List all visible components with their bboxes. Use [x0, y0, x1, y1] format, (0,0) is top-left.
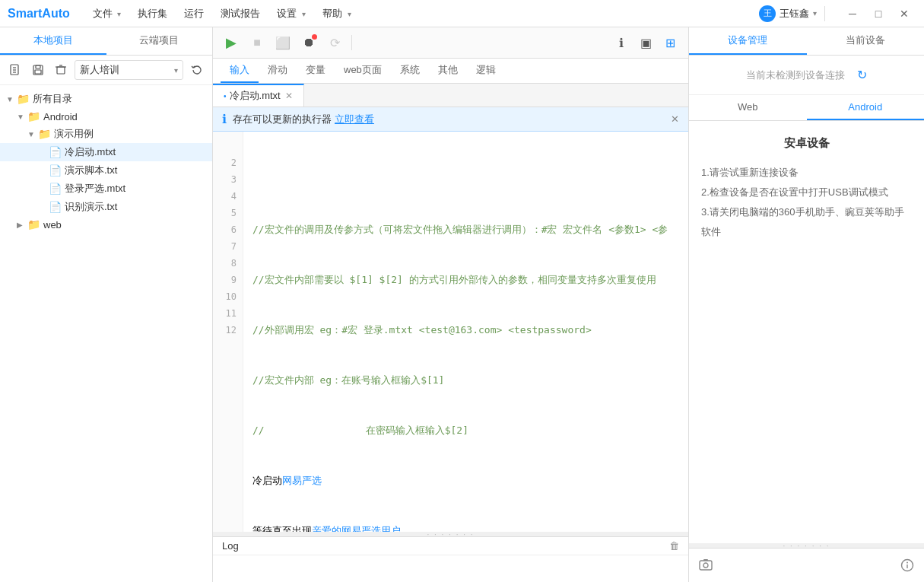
titlebar-divider: [824, 6, 825, 21]
subtab-variable[interactable]: 变量: [297, 59, 335, 83]
tree-label-web: web: [43, 219, 62, 231]
tab-local-project[interactable]: 本地项目: [0, 27, 106, 55]
line-num-6: 6: [213, 221, 237, 238]
editor-subtabs: 输入 滑动 变量 web页面 系统 其他 逻辑: [213, 59, 688, 84]
refresh-device-button[interactable]: ↻: [857, 68, 867, 82]
code-line-7: 冷启动网易严选: [252, 472, 679, 489]
file-tab-label: 冷启动.mtxt: [230, 89, 281, 103]
stop-button[interactable]: ■: [246, 32, 268, 53]
sidebar-tabs: 本地项目 云端项目: [0, 27, 212, 56]
tree-item-web[interactable]: ▶ 📁 web: [0, 216, 212, 233]
info-button[interactable]: ℹ: [611, 32, 632, 53]
maximize-button[interactable]: □: [866, 5, 891, 22]
editor-area: ▶ ■ ⬜ ⏺ ⟳ ℹ ▣ ⊞ 输入 滑动 变量 web页面 系统 其他 逻辑: [213, 27, 688, 582]
no-device-text: 当前未检测到设备连接: [746, 68, 845, 82]
tree-label-demo-cases: 演示用例: [54, 127, 94, 141]
tree-label-all-dirs: 所有目录: [33, 92, 72, 106]
log-header: Log 🗑: [213, 537, 688, 555]
tree-item-login[interactable]: 📄 登录严选.mtxt: [0, 180, 212, 198]
file-icon-login: 📄: [49, 183, 62, 195]
file-icon-identify: 📄: [49, 201, 62, 213]
svg-rect-5: [36, 65, 40, 68]
editor-toolbar: ▶ ■ ⬜ ⏺ ⟳ ℹ ▣ ⊞: [213, 27, 688, 59]
right-panel-tabs: 设备管理 当前设备: [689, 27, 924, 56]
project-selector[interactable]: 新人培训 ▾: [75, 60, 183, 80]
close-button[interactable]: ✕: [892, 5, 916, 22]
subtab-web[interactable]: web页面: [335, 59, 391, 83]
tree-item-identify[interactable]: 📄 识别演示.txt: [0, 198, 212, 216]
notice-icon: ℹ: [222, 112, 227, 126]
right-panel-footer: [689, 548, 924, 582]
subtab-system[interactable]: 系统: [391, 59, 429, 83]
subtab-other[interactable]: 其他: [429, 59, 467, 83]
info-device-button[interactable]: [897, 555, 918, 576]
tree-item-demo-script[interactable]: 📄 演示脚本.txt: [0, 161, 212, 180]
tab-web-device[interactable]: Web: [689, 95, 807, 120]
folder-icon-android: 📁: [27, 110, 40, 122]
tab-close-button[interactable]: ✕: [285, 91, 293, 101]
new-file-button[interactable]: [6, 61, 24, 79]
tab-android-device[interactable]: Android: [807, 95, 925, 120]
layout1-button[interactable]: ▣: [635, 32, 656, 53]
user-avatar: 王: [759, 5, 776, 22]
step-button[interactable]: ⟳: [324, 32, 345, 53]
file-tab-cold-start[interactable]: • 冷启动.mtxt ✕: [213, 84, 304, 107]
layout2-button[interactable]: ⊞: [659, 32, 681, 53]
tab-device-mgmt[interactable]: 设备管理: [689, 27, 807, 55]
menu-item-help[interactable]: 帮助 ▾: [315, 4, 359, 24]
code-content[interactable]: //宏文件的调用及传参方式（可将宏文件拖入编辑器进行调用）：#宏 宏文件名 <参…: [243, 132, 688, 532]
file-icon-demo-script: 📄: [49, 164, 62, 177]
win-controls: ─ □ ✕: [840, 5, 916, 22]
pause-button[interactable]: ⬜: [272, 32, 294, 53]
tree-label-login: 登录严选.mtxt: [65, 182, 125, 196]
tree-item-demo-cases[interactable]: ▼ 📁 演示用例: [0, 125, 212, 143]
tree-item-all-dirs[interactable]: ▼ 📁 所有目录: [0, 90, 212, 108]
tab-cloud-project[interactable]: 云端项目: [106, 27, 213, 55]
toolbar-divider: [351, 35, 352, 50]
subtab-input[interactable]: 输入: [221, 59, 259, 83]
menu-item-report[interactable]: 测试报告: [213, 4, 268, 24]
screenshot-button[interactable]: [695, 555, 716, 576]
tree-label-demo-script: 演示脚本.txt: [65, 164, 117, 177]
menu-item-run[interactable]: 运行: [176, 4, 211, 24]
tree-item-android[interactable]: ▼ 📁 Android: [0, 108, 212, 125]
svg-point-15: [907, 562, 908, 564]
line-num-7: 7: [213, 238, 237, 255]
sidebar-toolbar: 新人培训 ▾: [0, 56, 212, 85]
android-step-2: 2.检查设备是否在设置中打开USB调试模式: [701, 183, 912, 202]
refresh-project-button[interactable]: [188, 61, 206, 79]
folder-icon-demo-cases: 📁: [38, 128, 51, 140]
tab-current-device[interactable]: 当前设备: [807, 27, 925, 55]
folder-icon-all-dirs: 📁: [17, 93, 30, 105]
save-button[interactable]: [29, 61, 47, 79]
subtab-slide[interactable]: 滑动: [259, 59, 297, 83]
code-line-6: // 在密码输入框输入$[2]: [252, 422, 679, 439]
subtab-logic[interactable]: 逻辑: [467, 59, 505, 83]
editor-main: 2 3 4 5 6 7 8 9 10 11 12 //宏文件的调用及传参方式（可…: [213, 132, 688, 532]
log-clear-button[interactable]: 🗑: [669, 540, 679, 552]
titlebar: SmartAuto 文件 ▾ 执行集 运行 测试报告 设置 ▾ 帮助 ▾ 王 王…: [0, 0, 924, 27]
line-num-12: 12: [213, 322, 237, 339]
minimize-button[interactable]: ─: [840, 5, 865, 22]
menu-item-file[interactable]: 文件 ▾: [85, 4, 129, 24]
record-button[interactable]: ⏺: [298, 32, 319, 53]
folder-icon-web: 📁: [27, 218, 40, 231]
tree-item-cold-start[interactable]: 📄 冷启动.mtxt: [0, 143, 212, 161]
sidebar: 本地项目 云端项目 新人培训 ▾ ▼: [0, 27, 213, 582]
menu-item-settings[interactable]: 设置 ▾: [269, 4, 313, 24]
notice-close-button[interactable]: ✕: [671, 113, 679, 125]
app-logo: SmartAuto: [8, 7, 70, 21]
device-type-tabs: Web Android: [689, 95, 924, 121]
code-editor[interactable]: 2 3 4 5 6 7 8 9 10 11 12 //宏文件的调用及传参方式（可…: [213, 132, 688, 532]
log-body: [213, 555, 688, 582]
notice-link[interactable]: 立即查看: [335, 113, 374, 126]
android-step-1: 1.请尝试重新连接设备: [701, 163, 912, 183]
right-panel: 设备管理 当前设备 当前未检测到设备连接 ↻ Web Android 安卓设备 …: [688, 27, 924, 582]
menu-bar: 文件 ▾ 执行集 运行 测试报告 设置 ▾ 帮助 ▾: [85, 4, 759, 24]
menu-item-exec[interactable]: 执行集: [130, 4, 175, 24]
line-num-9: 9: [213, 272, 237, 288]
delete-button[interactable]: [52, 61, 70, 79]
tree-arrow-android: ▼: [17, 113, 27, 121]
user-info[interactable]: 王 王钰鑫 ▾: [759, 5, 817, 22]
run-button[interactable]: ▶: [221, 32, 242, 53]
